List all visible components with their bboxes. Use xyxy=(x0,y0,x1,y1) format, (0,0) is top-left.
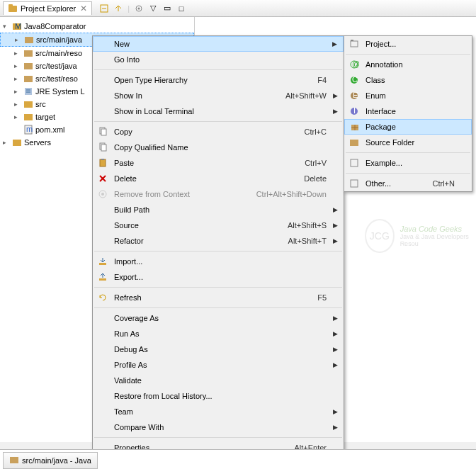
project-explorer-icon xyxy=(8,4,18,13)
menu-paste[interactable]: Paste Ctrl+V xyxy=(93,155,344,171)
library-icon xyxy=(23,86,34,97)
menu-coverage-as[interactable]: Coverage As ▶ xyxy=(93,310,344,326)
close-icon[interactable]: ✕ xyxy=(80,4,87,13)
menu-show-in-local-terminal[interactable]: Show in Local Terminal ▶ xyxy=(93,103,344,119)
menu-separator xyxy=(94,251,342,252)
menu-validate[interactable]: Validate xyxy=(93,373,344,388)
tree-label: src/main/reso xyxy=(35,49,82,57)
tree-label: src xyxy=(35,100,46,108)
menu-separator xyxy=(94,307,342,308)
caret-right-icon[interactable]: ▸ xyxy=(14,62,23,69)
menu-build-path[interactable]: Build Path ▶ xyxy=(93,202,344,217)
submenu-package[interactable]: Package xyxy=(344,119,472,135)
submenu-annotation[interactable]: @ Annotation xyxy=(344,57,472,72)
menu-restore-local-history[interactable]: Restore from Local History... xyxy=(93,388,344,404)
submenu-enum[interactable]: E Enum xyxy=(344,88,472,103)
menu-debug-as[interactable]: Debug As ▶ xyxy=(93,341,344,357)
chevron-right-icon: ▶ xyxy=(333,108,338,115)
svg-rect-19 xyxy=(13,140,21,146)
chevron-right-icon: ▶ xyxy=(333,315,338,322)
svg-text:E: E xyxy=(353,91,358,99)
editor-tab-label: src/main/java - Java xyxy=(22,456,91,465)
svg-rect-23 xyxy=(101,145,106,151)
minimize-icon[interactable]: ▭ xyxy=(162,4,172,13)
menu-go-into[interactable]: Go Into xyxy=(93,52,344,67)
menu-refactor[interactable]: Refactor Alt+Shift+T ▶ xyxy=(93,233,344,249)
menu-export[interactable]: Export... xyxy=(93,269,344,285)
menu-open-type-hierarchy[interactable]: Open Type Hierarchy F4 xyxy=(93,72,344,88)
view-menu-icon[interactable]: ▽ xyxy=(148,4,158,13)
submenu-example[interactable]: Example... xyxy=(344,155,472,171)
caret-right-icon[interactable]: ▸ xyxy=(14,113,23,120)
menu-copy[interactable]: Copy Ctrl+C xyxy=(93,124,344,140)
menu-import[interactable]: Import... xyxy=(93,254,344,269)
svg-rect-11 xyxy=(24,76,33,82)
submenu-other[interactable]: Other... Ctrl+N xyxy=(344,176,472,191)
context-menu: New ▶ Go Into Open Type Hierarchy F4 Sho… xyxy=(92,35,344,456)
menu-copy-qualified-name[interactable]: Copy Qualified Name xyxy=(93,140,344,155)
tree-label: src/main/java xyxy=(36,35,82,44)
folder-icon xyxy=(23,98,34,110)
svg-rect-32 xyxy=(351,41,358,47)
new-other-icon xyxy=(348,178,360,189)
caret-right-icon[interactable]: ▸ xyxy=(14,75,23,82)
menu-run-as[interactable]: Run As ▶ xyxy=(93,326,344,341)
submenu-new: Project... @ Annotation C Class E Enum I… xyxy=(344,35,472,192)
caret-down-icon[interactable]: ▾ xyxy=(3,23,11,30)
menu-compare-with[interactable]: Compare With ▶ xyxy=(93,419,344,435)
class-icon: C xyxy=(348,74,360,86)
tree-project[interactable]: ▾ M Java8Comparator xyxy=(0,20,194,33)
caret-right-icon[interactable]: ▸ xyxy=(14,101,23,108)
svg-rect-47 xyxy=(351,180,358,187)
paste-icon xyxy=(97,157,108,169)
svg-rect-1 xyxy=(8,4,13,6)
delete-icon xyxy=(97,173,108,184)
package-folder-icon xyxy=(9,455,19,466)
tree-label: target xyxy=(35,113,55,121)
submenu-project[interactable]: Project... xyxy=(344,36,472,52)
project-explorer-tab[interactable]: Project Explorer ✕ xyxy=(3,1,92,15)
submenu-interface[interactable]: I Interface xyxy=(344,103,472,119)
menu-separator xyxy=(94,69,342,70)
link-editor-icon[interactable] xyxy=(113,4,123,13)
menu-source[interactable]: Source Alt+Shift+S ▶ xyxy=(93,217,344,233)
svg-rect-25 xyxy=(101,159,104,160)
caret-right-icon[interactable]: ▸ xyxy=(3,139,11,146)
xml-file-icon: m xyxy=(23,124,34,135)
svg-rect-16 xyxy=(24,114,33,120)
menu-new[interactable]: New ▶ xyxy=(93,36,344,52)
menu-team[interactable]: Team ▶ xyxy=(93,404,344,419)
menu-remove-from-context: Remove from Context Ctrl+Alt+Shift+Down xyxy=(93,186,344,202)
caret-right-icon[interactable]: ▸ xyxy=(14,88,23,95)
svg-rect-30 xyxy=(99,263,106,265)
chevron-right-icon: ▶ xyxy=(333,361,338,368)
export-icon xyxy=(97,271,108,283)
collapse-all-icon[interactable] xyxy=(99,4,109,13)
view-header: Project Explorer ✕ | ▽ ▭ □ xyxy=(0,0,476,17)
chevron-right-icon: ▶ xyxy=(333,408,338,415)
interface-icon: I xyxy=(348,106,360,117)
caret-right-icon[interactable]: ▸ xyxy=(15,36,23,43)
menu-separator xyxy=(94,287,342,288)
svg-rect-8 xyxy=(25,37,33,43)
new-project-icon xyxy=(348,38,360,50)
focus-toggle-icon[interactable] xyxy=(134,4,144,13)
svg-rect-9 xyxy=(24,50,33,57)
caret-right-icon[interactable]: ▸ xyxy=(14,50,23,57)
package-folder-icon xyxy=(23,60,34,72)
menu-refresh[interactable]: Refresh F5 xyxy=(93,290,344,305)
submenu-source-folder[interactable]: Source Folder xyxy=(344,135,472,150)
editor-tab[interactable]: src/main/java - Java xyxy=(3,452,98,469)
submenu-class[interactable]: C Class xyxy=(344,72,472,88)
svg-rect-45 xyxy=(350,140,358,146)
menu-show-in[interactable]: Show In Alt+Shift+W ▶ xyxy=(93,88,344,103)
folder-icon xyxy=(23,111,34,123)
svg-rect-12 xyxy=(25,88,32,95)
tree-label: Java8Comparator xyxy=(24,22,86,30)
maximize-icon[interactable]: □ xyxy=(176,4,186,13)
menu-profile-as[interactable]: Profile As ▶ xyxy=(93,357,344,373)
menu-separator xyxy=(346,152,470,153)
svg-text:M: M xyxy=(15,22,21,30)
tree-label: pom.xml xyxy=(35,125,65,134)
menu-delete[interactable]: Delete Delete xyxy=(93,171,344,186)
